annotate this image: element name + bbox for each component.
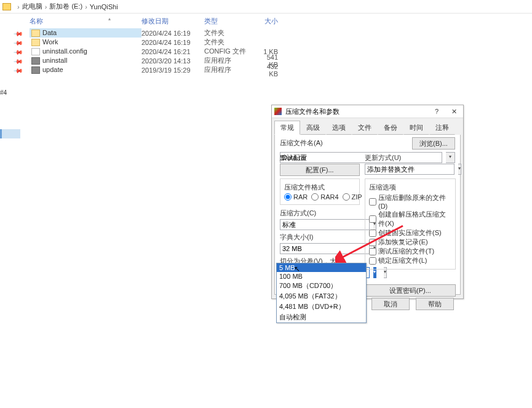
dialog-title: 压缩文件名和参数: [285, 107, 339, 116]
file-row[interactable]: 📌 Data 2020/4/24 16:19 文件夹: [0, 28, 532, 38]
help-button[interactable]: 帮助: [416, 298, 454, 310]
tab-0[interactable]: 常规: [274, 121, 300, 135]
format-rar[interactable]: RAR: [284, 193, 308, 201]
column-type[interactable]: 类型: [204, 17, 256, 26]
chevron-right-icon: ›: [85, 3, 87, 10]
split-option[interactable]: 700 MB（CD700）: [277, 281, 366, 291]
option-2[interactable]: 创建固实压缩文件(S): [369, 228, 451, 238]
option-0[interactable]: 压缩后删除原来的文件(D): [369, 193, 451, 210]
close-button[interactable]: ✕: [445, 106, 463, 117]
format-rar4[interactable]: RAR4: [311, 193, 338, 201]
option-1[interactable]: 创建自解压格式压缩文件(X): [369, 210, 451, 228]
chevron-right-icon: ›: [17, 3, 20, 10]
profile-button[interactable]: 配置(F)...: [280, 164, 360, 176]
browse-button[interactable]: 浏览(B)...: [412, 137, 455, 150]
tab-1[interactable]: 高级: [300, 121, 326, 135]
dict-label: 字典大小(I): [280, 233, 360, 242]
split-option[interactable]: 4,095 MB（FAT32）: [277, 291, 366, 302]
pin-icon: 📌: [14, 65, 22, 74]
chevron-down-icon[interactable]: ▾: [458, 164, 461, 175]
file-row[interactable]: 📌 Work 2020/4/24 16:19 文件夹: [0, 38, 532, 47]
tab-4[interactable]: 备份: [378, 121, 403, 135]
pin-icon: 📌: [14, 28, 22, 37]
tab-3[interactable]: 文件: [352, 121, 378, 135]
column-date[interactable]: 修改日期: [141, 17, 204, 26]
breadcrumb-folder[interactable]: YunQiShi: [90, 3, 118, 10]
update-select[interactable]: [365, 164, 455, 175]
file-list[interactable]: 名称 修改日期 类型 大小 📌 Data 2020/4/24 16:19 文件夹…: [0, 14, 532, 87]
side-label: #4: [0, 89, 7, 96]
tab-5[interactable]: 时间: [403, 121, 429, 135]
format-label: 压缩文件格式: [284, 183, 355, 192]
titlebar[interactable]: 压缩文件名和参数 ? ✕: [272, 105, 463, 118]
side-highlight: [0, 129, 20, 138]
format-zip[interactable]: ZIP: [343, 193, 362, 201]
dict-select[interactable]: [280, 243, 370, 254]
pin-icon: 📌: [14, 56, 22, 65]
profile-label: 默认配置: [280, 153, 360, 162]
column-size[interactable]: 大小: [256, 17, 283, 26]
update-label: 更新方式(U): [365, 153, 456, 162]
file-list-header[interactable]: 名称 修改日期 类型 大小: [0, 14, 532, 28]
folder-icon: [31, 39, 40, 46]
breadcrumb[interactable]: › 此电脑 › 新加卷 (E:) › YunQiShi: [0, 0, 532, 14]
tab-2[interactable]: 选项: [326, 121, 352, 135]
split-option[interactable]: 5 MB: [277, 263, 366, 272]
folder-icon: [31, 30, 40, 37]
filename-label: 压缩文件名(A): [280, 138, 412, 148]
option-3[interactable]: 添加恢复记录(E): [369, 238, 451, 247]
split-option[interactable]: 100 MB: [277, 272, 366, 281]
winrar-icon: [274, 108, 282, 115]
method-select[interactable]: [280, 219, 370, 230]
cursor-icon: ↖: [294, 265, 300, 273]
help-button[interactable]: ?: [428, 106, 445, 117]
cancel-button[interactable]: 取消: [371, 298, 410, 310]
chevron-right-icon: ›: [45, 3, 47, 10]
file-icon: [31, 48, 40, 55]
option-5[interactable]: 锁定压缩文件(L): [369, 256, 451, 265]
tab-6[interactable]: 注释: [429, 121, 455, 135]
option-4[interactable]: 测试压缩的文件(T): [369, 247, 451, 256]
method-label: 压缩方式(C): [280, 209, 360, 218]
folder-icon: [2, 3, 11, 10]
breadcrumb-pc[interactable]: 此电脑: [22, 2, 42, 11]
split-size-dropdown[interactable]: 5 MB100 MB700 MB（CD700）4,095 MB（FAT32）4,…: [276, 263, 367, 323]
exe-icon: [31, 66, 40, 74]
exe-icon: [31, 57, 40, 65]
options-label: 压缩选项: [369, 183, 451, 192]
pin-icon: 📌: [14, 47, 22, 55]
split-option[interactable]: 4,481 MB（DVD+R）: [277, 302, 366, 312]
format-group: 压缩文件格式 RAR RAR4 ZIP: [280, 178, 360, 205]
dialog-tabs: 常规高级选项文件备份时间注释: [272, 118, 463, 135]
split-option[interactable]: 自动检测: [277, 312, 366, 322]
pin-icon: 📌: [14, 38, 22, 46]
options-group: 压缩选项 压缩后删除原来的文件(D)创建自解压格式压缩文件(X)创建固实压缩文件…: [365, 178, 456, 270]
column-name[interactable]: 名称: [30, 17, 141, 26]
file-row[interactable]: 📌 update 2019/3/19 15:29 应用程序 432 KB: [0, 65, 532, 74]
breadcrumb-drive[interactable]: 新加卷 (E:): [49, 2, 82, 11]
